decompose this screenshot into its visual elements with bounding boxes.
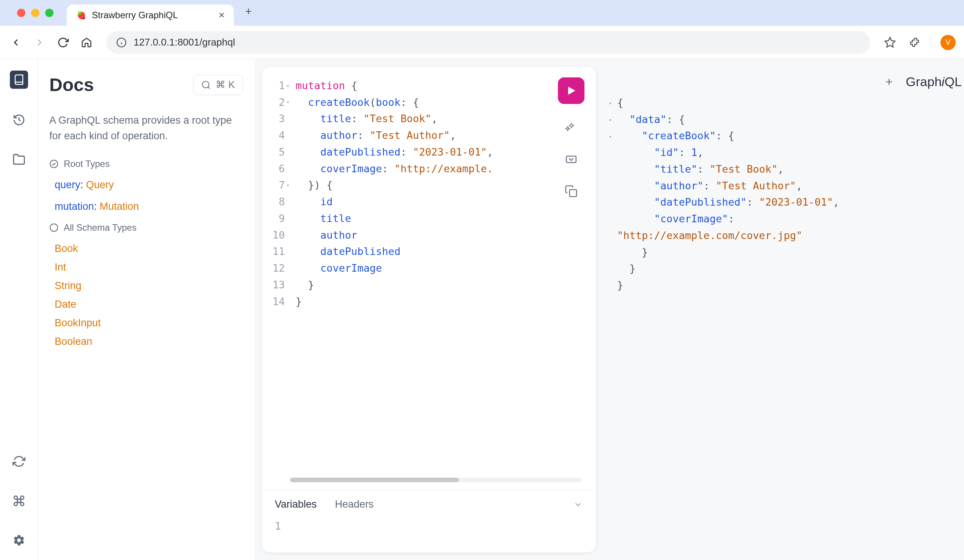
response-pane: + GraphiQL ▾{▾ "data": {▾ "createBook": …	[596, 67, 964, 560]
toolbar-divider	[931, 36, 931, 49]
svg-marker-8	[568, 86, 575, 94]
address-bar[interactable]: 127.0.0.1:8001/graphql	[106, 31, 870, 54]
search-shortcut-label: ⌘ K	[216, 79, 235, 91]
docs-icon[interactable]	[10, 70, 28, 89]
site-info-icon[interactable]	[116, 37, 127, 48]
refetch-icon[interactable]	[11, 453, 27, 470]
svg-marker-3	[885, 37, 895, 47]
tab-variables[interactable]: Variables	[275, 498, 317, 510]
play-icon	[565, 85, 577, 97]
query-editor-card: 1▾2▾3 4 5 6 7▾8 9 10 11 12 13 14 mutatio…	[262, 67, 596, 552]
schema-type-link[interactable]: Book	[55, 243, 243, 255]
browser-tab[interactable]: 🍓 Strawberry GraphiQL ×	[67, 5, 234, 26]
schema-type-link[interactable]: Boolean	[55, 336, 243, 348]
home-button[interactable]	[79, 35, 94, 50]
reload-button[interactable]	[55, 35, 71, 50]
all-schema-types-section-header: All Schema Types	[49, 222, 243, 233]
root-type-row[interactable]: mutation: Mutation	[55, 201, 243, 212]
shortcuts-icon[interactable]	[11, 492, 27, 509]
schema-type-link[interactable]: Int	[55, 261, 243, 273]
query-editor[interactable]: mutation { createBook(book: { title: "Te…	[296, 77, 493, 466]
new-session-tab-button[interactable]: +	[886, 74, 893, 89]
schema-type-link[interactable]: BookInput	[55, 317, 243, 329]
response-viewer[interactable]: ▾{▾ "data": {▾ "createBook": { "id": 1, …	[603, 89, 964, 294]
profile-avatar[interactable]: V	[940, 35, 956, 50]
editor-area: 1▾2▾3 4 5 6 7▾8 9 10 11 12 13 14 mutatio…	[254, 59, 964, 560]
svg-point-7	[50, 224, 58, 231]
browser-tab-strip: 🍓 Strawberry GraphiQL × +	[0, 0, 964, 26]
prettify-icon[interactable]	[563, 119, 580, 136]
section-toggle-icon[interactable]	[49, 160, 59, 168]
svg-point-4	[203, 81, 209, 88]
extensions-icon[interactable]	[907, 35, 922, 50]
root-type-row[interactable]: query: Query	[55, 179, 243, 191]
history-icon[interactable]	[11, 112, 27, 128]
svg-line-5	[208, 87, 210, 89]
root-types-label: Root Types	[64, 159, 110, 169]
schema-type-link[interactable]: String	[55, 280, 243, 292]
line-gutter: 1▾2▾3 4 5 6 7▾8 9 10 11 12 13 14	[272, 77, 296, 466]
variables-editor[interactable]: 1	[262, 510, 596, 542]
docs-title: Docs	[49, 74, 94, 95]
new-tab-button[interactable]: +	[245, 5, 252, 21]
window-close-button[interactable]	[17, 9, 25, 17]
graphiql-app: Docs ⌘ K A GraphQL schema provides a roo…	[0, 59, 964, 560]
docs-panel: Docs ⌘ K A GraphQL schema provides a roo…	[38, 59, 254, 560]
docs-description: A GraphQL schema provides a root type fo…	[49, 113, 243, 143]
all-schema-types-label: All Schema Types	[64, 222, 137, 233]
sidebar	[0, 59, 38, 560]
settings-icon[interactable]	[11, 532, 27, 549]
merge-icon[interactable]	[563, 151, 580, 168]
tab-close-icon[interactable]: ×	[218, 9, 225, 21]
search-shortcut-button[interactable]: ⌘ K	[193, 75, 243, 95]
editor-toolbar	[558, 77, 585, 200]
chevron-down-icon[interactable]	[573, 500, 583, 510]
window-minimize-button[interactable]	[31, 9, 39, 17]
url-text: 127.0.0.1:8001/graphql	[134, 36, 235, 48]
explorer-icon[interactable]	[11, 151, 27, 168]
graphiql-logo: GraphiQL	[906, 74, 962, 89]
bookmark-star-icon[interactable]	[883, 35, 897, 50]
back-button[interactable]	[8, 35, 24, 50]
tab-favicon: 🍓	[76, 10, 86, 21]
tab-title: Strawberry GraphiQL	[92, 10, 213, 21]
svg-rect-10	[570, 190, 576, 197]
schema-type-link[interactable]: Date	[55, 299, 243, 310]
tab-headers[interactable]: Headers	[335, 498, 374, 510]
search-icon	[201, 80, 211, 90]
window-maximize-button[interactable]	[45, 9, 54, 17]
browser-toolbar: 127.0.0.1:8001/graphql V	[0, 26, 964, 59]
svg-point-6	[50, 160, 58, 168]
forward-button[interactable]	[32, 35, 47, 50]
scrollbar-thumb[interactable]	[290, 478, 459, 482]
window-controls	[11, 1, 59, 24]
horizontal-scrollbar[interactable]	[290, 478, 581, 482]
editor-bottom-tabs: Variables Headers	[262, 490, 596, 510]
run-button[interactable]	[558, 77, 585, 104]
svg-rect-9	[566, 156, 576, 163]
section-toggle-icon[interactable]	[49, 223, 59, 232]
copy-icon[interactable]	[563, 183, 580, 200]
root-types-section-header: Root Types	[49, 159, 243, 169]
